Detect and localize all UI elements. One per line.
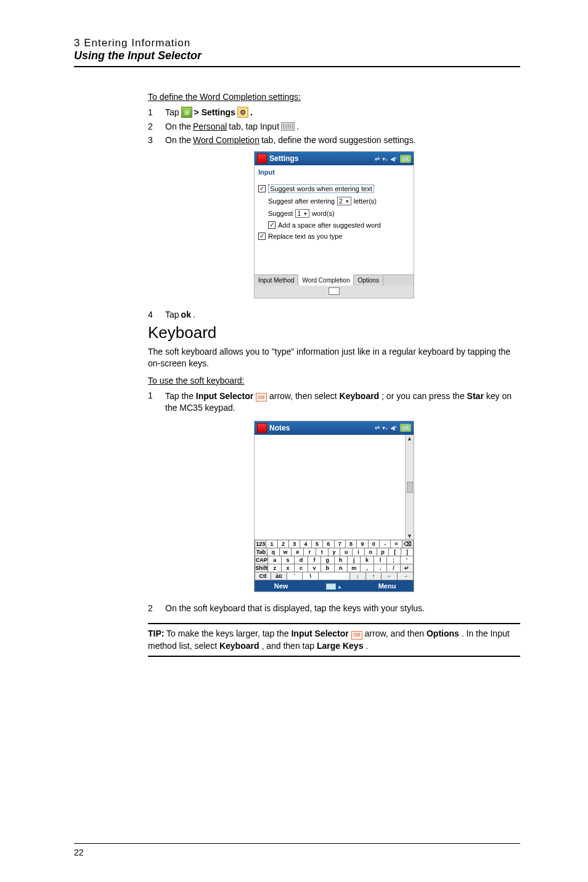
key[interactable]: u: [340, 548, 353, 556]
key[interactable]: →: [398, 572, 414, 580]
sip-arrow-icon: ▲: [337, 584, 342, 590]
key[interactable]: \: [303, 572, 319, 580]
key[interactable]: z: [268, 564, 281, 572]
key[interactable]: 3: [289, 540, 300, 548]
key[interactable]: t: [316, 548, 329, 556]
tip-label: TIP:: [148, 629, 164, 638]
tip-options: Options: [427, 629, 459, 638]
key[interactable]: r: [304, 548, 316, 556]
tab-options[interactable]: Options: [354, 275, 383, 286]
enter-key[interactable]: ↵: [401, 564, 414, 572]
key[interactable]: g: [321, 556, 334, 564]
letters-select[interactable]: 2: [337, 197, 351, 205]
key[interactable]: Ctl: [255, 572, 271, 580]
key[interactable]: d: [295, 556, 308, 564]
titlebar: Notes ⇄ ▾ₓ ◀ᵋ ok: [255, 421, 414, 435]
scroll-thumb[interactable]: [407, 482, 413, 493]
words-select[interactable]: 1: [295, 209, 309, 218]
replace-text-checkbox[interactable]: [258, 233, 266, 240]
key[interactable]: y: [329, 548, 341, 556]
key[interactable]: 4: [300, 540, 311, 548]
tip-d: , and then tap: [261, 641, 317, 651]
start-flag-icon[interactable]: [257, 154, 267, 163]
tab-word-completion[interactable]: Word Completion: [298, 274, 354, 286]
key[interactable]: e: [292, 548, 304, 556]
key[interactable]: x: [282, 564, 295, 572]
key[interactable]: b: [321, 564, 334, 572]
key[interactable]: 123: [255, 540, 266, 548]
key[interactable]: k: [361, 556, 374, 564]
step-text-a: On the: [165, 122, 191, 131]
add-space-checkbox[interactable]: [268, 221, 276, 229]
key[interactable]: .: [374, 564, 387, 572]
key[interactable]: ]: [401, 548, 414, 556]
input-icon: [281, 122, 295, 131]
softkey-menu[interactable]: Menu: [361, 580, 414, 591]
tab-input-method[interactable]: Input Method: [255, 275, 298, 286]
key[interactable]: f: [308, 556, 321, 564]
key[interactable]: 9: [357, 540, 368, 548]
key[interactable]: m: [348, 564, 361, 572]
key[interactable]: ,: [361, 564, 374, 572]
key[interactable]: =: [391, 540, 402, 548]
step-text: On the soft keyboard that is displayed, …: [165, 603, 425, 613]
key[interactable]: o: [365, 548, 377, 556]
key[interactable]: c: [295, 564, 308, 572]
key[interactable]: v: [308, 564, 321, 572]
start-flag-icon[interactable]: [257, 423, 267, 433]
key[interactable]: Shift: [255, 564, 268, 572]
key[interactable]: 2: [278, 540, 289, 548]
key[interactable]: s: [282, 556, 295, 564]
scroll-up-icon[interactable]: ▲: [407, 435, 412, 442]
soft-keyboard[interactable]: 123 1 2 3 4 5 6 7 8 9 0 - = ⌫ Tab q w e …: [255, 540, 414, 580]
key[interactable]: CAP: [255, 556, 268, 564]
key[interactable]: 8: [346, 540, 357, 548]
key[interactable]: 1: [266, 540, 277, 548]
scroll-down-icon[interactable]: ▼: [407, 532, 412, 540]
softkey-new[interactable]: New: [255, 580, 308, 591]
key[interactable]: p: [377, 548, 390, 556]
tip-large-keys: Large Keys: [317, 641, 363, 651]
notes-canvas[interactable]: ▲ ▼: [255, 435, 414, 540]
key[interactable]: /: [387, 564, 400, 572]
chapter-title: Using the Input Selector: [74, 49, 520, 62]
key[interactable]: [: [389, 548, 401, 556]
ok-label: ok: [181, 310, 191, 319]
ok-button[interactable]: ok: [400, 155, 411, 163]
key[interactable]: ;: [387, 556, 400, 564]
backspace-key[interactable]: ⌫: [402, 540, 414, 548]
key[interactable]: -: [380, 540, 391, 548]
words-suffix: word(s): [312, 210, 335, 217]
key[interactable]: q: [267, 548, 280, 556]
volume-icon: ◀ᵋ: [390, 155, 398, 162]
signal-icon: ▾ₓ: [382, 424, 388, 431]
key[interactable]: 7: [335, 540, 346, 548]
sip-toggle[interactable]: ▲: [308, 580, 361, 591]
key[interactable]: ↓: [350, 572, 366, 580]
key[interactable]: w: [280, 548, 292, 556]
sip-toggle-icon[interactable]: [329, 287, 340, 295]
key[interactable]: ': [401, 556, 414, 564]
scrollbar[interactable]: ▲ ▼: [405, 435, 414, 540]
key[interactable]: l: [374, 556, 387, 564]
key[interactable]: a: [268, 556, 281, 564]
key[interactable]: áü: [271, 572, 287, 580]
key[interactable]: ↑: [366, 572, 382, 580]
key[interactable]: n: [335, 564, 348, 572]
key[interactable]: 6: [323, 540, 334, 548]
space-key[interactable]: [319, 572, 350, 580]
key[interactable]: `: [287, 572, 303, 580]
key[interactable]: 0: [369, 540, 380, 548]
keyboard-intro: The soft keyboard allows you to "type" i…: [148, 346, 520, 369]
suggest-words-checkbox[interactable]: [258, 185, 266, 192]
volume-icon: ◀ᵋ: [390, 424, 398, 431]
key[interactable]: ←: [382, 572, 398, 580]
key[interactable]: Tab: [255, 548, 267, 556]
ok-button[interactable]: ok: [400, 424, 411, 432]
procedure-title-kbd: To use the soft keyboard:: [148, 376, 520, 385]
key[interactable]: 5: [312, 540, 323, 548]
key[interactable]: h: [335, 556, 348, 564]
keyboard-label: Keyboard: [340, 391, 380, 401]
key[interactable]: i: [353, 548, 365, 556]
key[interactable]: j: [348, 556, 361, 564]
